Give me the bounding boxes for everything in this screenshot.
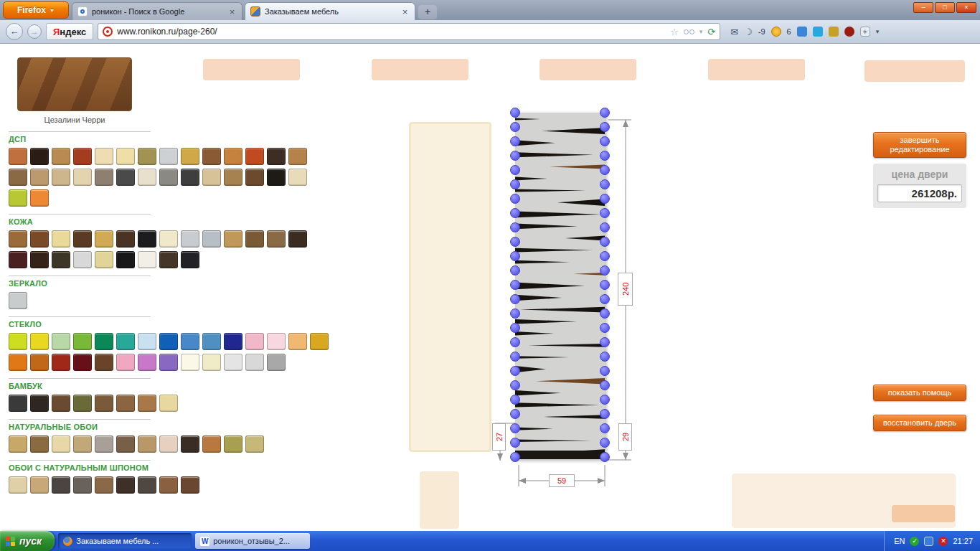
material-swatch[interactable] [52,476,70,494]
material-swatch[interactable] [138,251,156,268]
door-handle-dot[interactable] [600,165,610,175]
language-indicator[interactable]: EN [894,537,905,545]
extension-icon-gold[interactable] [829,27,839,37]
door-handle-dot[interactable] [510,108,520,118]
close-tab-icon[interactable]: × [227,6,237,17]
material-swatch[interactable] [181,476,199,494]
firefox-menu-button[interactable]: Firefox ▼ [3,1,69,19]
material-swatch[interactable] [159,395,178,412]
material-swatch[interactable] [267,230,286,248]
extension-icon-blue[interactable] [797,27,807,37]
door-handle-dot[interactable] [510,179,520,189]
door-handle-dot[interactable] [510,309,520,319]
material-swatch[interactable] [245,354,264,371]
material-swatch[interactable] [116,354,135,371]
material-swatch[interactable] [30,395,49,412]
door-handle-dot[interactable] [600,352,610,362]
door-handle-dot[interactable] [600,395,610,405]
door-handle-dot[interactable] [510,438,520,448]
door-handle-dot[interactable] [510,337,520,347]
door-handle-dot[interactable] [600,179,610,189]
door-handle-dot[interactable] [600,208,610,218]
material-swatch[interactable] [224,148,242,165]
material-swatch[interactable] [245,230,264,248]
material-swatch[interactable] [9,148,27,165]
material-swatch[interactable] [9,435,27,453]
material-swatch[interactable] [95,333,113,350]
material-swatch[interactable] [159,354,178,371]
extension-icon-cyan[interactable] [813,27,823,37]
material-swatch[interactable] [224,333,242,350]
material-swatch[interactable] [52,169,70,186]
door-handle-dot[interactable] [510,423,520,433]
material-swatch[interactable] [52,354,70,371]
mail-icon[interactable]: ✉ [730,27,738,37]
material-swatch[interactable] [138,435,156,453]
material-swatch[interactable] [73,251,92,268]
material-swatch[interactable] [95,230,113,248]
material-swatch[interactable] [73,435,92,453]
url-text[interactable]: www.ronikon.ru/page-260/ [117,27,666,37]
material-swatch[interactable] [224,354,242,371]
material-swatch[interactable] [95,148,113,165]
material-swatch[interactable] [116,148,135,165]
door-handle-dot[interactable] [600,366,610,376]
extension-icon-red[interactable] [844,27,854,37]
material-swatch[interactable] [181,148,199,165]
material-swatch[interactable] [30,333,49,350]
door-handle-dot[interactable] [600,438,610,448]
door-handle-dot[interactable] [510,409,520,419]
door-handle-dot[interactable] [510,136,520,146]
door-handle-dot[interactable] [600,423,610,433]
material-swatch[interactable] [138,395,156,412]
material-swatch[interactable] [9,251,27,268]
door-handle-dot[interactable] [510,194,520,204]
door-handle-dot[interactable] [510,366,520,376]
material-swatch[interactable] [245,169,264,186]
door-handle-dot[interactable] [600,323,610,333]
material-swatch[interactable] [9,292,27,309]
material-swatch[interactable] [288,230,307,248]
taskbar-task-word[interactable]: W роникон_отзывы_2... [195,533,310,549]
material-swatch[interactable] [159,251,178,268]
door-handle-dot[interactable] [510,165,520,175]
material-swatch[interactable] [9,169,27,186]
door-handle-dot[interactable] [510,265,520,276]
material-swatch[interactable] [52,251,70,268]
tab-google-search[interactable]: роникон - Поиск в Google × [72,2,242,20]
door-handle-dot[interactable] [510,151,520,161]
material-swatch[interactable] [202,435,221,453]
material-swatch[interactable] [138,476,156,494]
material-swatch[interactable] [267,169,286,186]
restore-door-button[interactable]: восстановить дверь [873,415,966,431]
door-handle-dot[interactable] [600,108,610,118]
material-swatch[interactable] [9,395,27,412]
material-swatch[interactable] [159,148,178,165]
material-swatch[interactable] [116,169,135,186]
door-handle-dot[interactable] [510,352,520,362]
material-swatch[interactable] [181,169,199,186]
door-handle-dot[interactable] [510,222,520,232]
material-swatch[interactable] [9,354,27,371]
material-swatch[interactable] [30,169,49,186]
material-swatch[interactable] [138,354,156,371]
material-swatch[interactable] [30,251,49,268]
network-icon[interactable] [924,537,933,546]
door-handle-dot[interactable] [510,323,520,333]
bookmark-star-icon[interactable]: ☆ [670,27,679,37]
material-swatch[interactable] [95,169,113,186]
material-swatch[interactable] [116,476,135,494]
material-swatch[interactable] [30,476,49,494]
material-swatch[interactable] [181,435,199,453]
maximize-button[interactable]: □ [935,2,955,13]
notification-icon[interactable] [771,27,781,37]
material-swatch[interactable] [52,435,70,453]
material-swatch[interactable] [116,230,135,248]
material-swatch[interactable] [202,230,221,248]
antivirus-icon[interactable]: ✓ [910,537,919,546]
material-swatch[interactable] [159,230,178,248]
door-handle-dot[interactable] [600,452,610,462]
material-swatch[interactable] [116,333,135,350]
door-handle-dot[interactable] [600,237,610,247]
material-swatch[interactable] [224,435,242,453]
